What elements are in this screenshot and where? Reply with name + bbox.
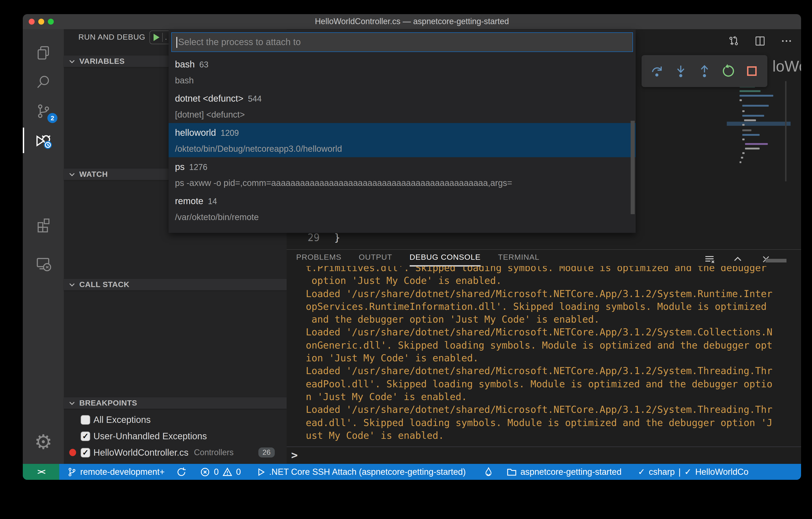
process-line: ps1276 <box>175 162 207 172</box>
breakpoint-checkbox[interactable]: ✓ <box>81 448 90 457</box>
branch-name: remote-development+ <box>80 467 165 477</box>
process-item-dotnet-defunct-[interactable]: dotnet <defunct>544[dotnet] <defunct> <box>169 89 636 123</box>
console-line: n 'Just My Code' is enabled. <box>306 391 796 403</box>
process-pid: 1209 <box>221 128 239 138</box>
debug-config-name: .NET Core SSH Attach (aspnetcore-getting… <box>269 467 466 477</box>
split-editor-icon[interactable] <box>755 35 765 47</box>
restart-button[interactable] <box>721 64 735 78</box>
tab-terminal[interactable]: TERMINAL <box>498 253 540 264</box>
activitybar-item-run-and-debug[interactable] <box>23 127 64 154</box>
console-line: t.Primitives.dll'. Skipped loading symbo… <box>306 266 796 275</box>
launch-config-dropdown[interactable]: . <box>165 33 167 41</box>
folder-status[interactable]: aspnetcore-getting-started <box>507 467 621 477</box>
process-pid: 1276 <box>189 163 207 172</box>
console-line: option 'Just My Code' is enabled. <box>306 275 796 288</box>
console-line: ion 'Just My Code' is enabled. <box>306 352 796 365</box>
files-icon <box>35 45 52 61</box>
process-item-bash[interactable]: bash63bash <box>169 55 636 89</box>
breakpoint-label: All Exceptions <box>93 414 151 425</box>
section-call-stack[interactable]: CALL STACK <box>64 279 287 290</box>
activitybar-item-source-control[interactable]: 2 <box>23 97 64 125</box>
panel-actions <box>703 253 772 265</box>
process-description: bash <box>175 76 194 86</box>
git-branch-status[interactable]: remote-development+ <box>67 467 165 477</box>
problems-status[interactable]: 0 0 <box>200 467 241 477</box>
language-status[interactable]: ✓ csharp | ✓ HelloWorldCo <box>638 467 748 477</box>
process-description: /var/okteto/bin/remote <box>175 212 259 222</box>
debug-icon <box>34 131 52 149</box>
breakpoint-row[interactable]: All Exceptions <box>64 412 287 427</box>
minimap-code-line <box>744 119 756 121</box>
window-title: HelloWorldController.cs — aspnetcore-get… <box>23 17 801 26</box>
desktop: HelloWorldController.cs — aspnetcore-get… <box>0 0 812 519</box>
breakpoint-dot-icon <box>69 449 76 456</box>
breakpoint-row[interactable]: ✓HelloWorldController.csControllers26 <box>64 445 287 460</box>
breakpoint-checkbox[interactable] <box>81 415 90 425</box>
activitybar-item-extensions[interactable] <box>23 210 64 238</box>
minimap-code-line <box>742 105 769 107</box>
tab-debug-console[interactable]: DEBUG CONSOLE <box>410 253 481 264</box>
maximize-panel-icon[interactable] <box>732 253 744 265</box>
chevron-down-icon <box>68 281 76 288</box>
editor-scrollbar[interactable] <box>785 81 786 181</box>
remote-indicator[interactable]: >< <box>23 464 59 480</box>
minimap-code-line <box>742 110 745 112</box>
quickpick-scrollbar-thumb[interactable] <box>631 121 635 214</box>
minimap-code-line <box>740 161 742 163</box>
settings-gear-icon[interactable]: ⚙ <box>23 428 64 456</box>
step-out-button[interactable] <box>697 64 712 78</box>
folder-name: aspnetcore-getting-started <box>520 467 621 477</box>
process-item-ps[interactable]: ps1276ps -axww -o pid=,comm=aaaaaaaaaaaa… <box>169 157 636 191</box>
console-line: Loaded '/usr/share/dotnet/shared/Microso… <box>306 403 796 416</box>
process-line: helloworld1209 <box>175 127 239 138</box>
chevron-down-icon <box>68 399 76 407</box>
activitybar-item-explorer[interactable] <box>23 39 64 66</box>
tab-output[interactable]: OUTPUT <box>359 253 392 264</box>
debug-config-status[interactable]: .NET Core SSH Attach (aspnetcore-getting… <box>256 467 466 477</box>
process-name: remote <box>175 196 203 206</box>
quickpick-dropdown: Select the process to attach to bash63ba… <box>169 30 636 233</box>
process-description: /okteto/bin/Debug/netcoreapp3.0/hellowor… <box>175 144 342 154</box>
step-over-button[interactable] <box>650 64 664 78</box>
breakpoint-row[interactable]: ✓User-Unhandled Exceptions <box>64 428 287 444</box>
clear-console-icon[interactable] <box>703 253 716 265</box>
minimap-code-line <box>745 143 768 145</box>
process-item-helloworld[interactable]: helloworld1209/okteto/bin/Debug/netcorea… <box>169 123 636 157</box>
step-into-button[interactable] <box>673 64 688 78</box>
console-line: Loaded '/usr/share/dotnet/shared/Microso… <box>306 365 796 378</box>
play-icon <box>256 467 265 477</box>
panel-scrollbar-thumb[interactable] <box>765 259 786 262</box>
editor-group-actions <box>728 35 792 47</box>
debug-repl[interactable]: > <box>287 446 801 464</box>
quickpick-input[interactable]: Select the process to attach to <box>171 32 633 52</box>
extensions-icon <box>35 216 52 232</box>
warning-count: 0 <box>236 467 241 477</box>
launch-separator <box>162 33 163 42</box>
stop-button[interactable] <box>745 64 759 78</box>
minimap-code-line <box>745 148 760 149</box>
process-name: ps <box>175 162 184 172</box>
console-line: Loaded '/usr/share/dotnet/shared/Microso… <box>306 287 796 300</box>
sync-button[interactable] <box>177 467 186 477</box>
more-actions-icon[interactable] <box>781 35 792 47</box>
process-item-remote[interactable]: remote14/var/okteto/bin/remote <box>169 191 636 226</box>
start-debug-play-icon[interactable] <box>153 34 160 41</box>
folder-icon <box>507 467 517 477</box>
tab-problems[interactable]: PROBLEMS <box>296 253 342 264</box>
search-icon <box>35 74 52 90</box>
breakpoint-checkbox[interactable]: ✓ <box>81 431 90 441</box>
okteto-status[interactable] <box>484 466 493 477</box>
panel-tabs: PROBLEMS OUTPUT DEBUG CONSOLE TERMINAL <box>296 250 539 267</box>
section-breakpoints[interactable]: BREAKPOINTS <box>64 397 287 409</box>
minimap[interactable] <box>740 81 790 186</box>
process-line: remote14 <box>175 196 217 206</box>
console-output[interactable]: t.Primitives.dll'. Skipped loading symbo… <box>306 266 796 446</box>
process-name: bash <box>175 59 195 69</box>
flame-icon <box>484 466 493 477</box>
section-label: WATCH <box>79 170 108 179</box>
activitybar-item-remote-explorer[interactable] <box>23 250 64 277</box>
text-caret <box>176 37 177 48</box>
editor-tab-partial-label[interactable]: loWo <box>772 57 801 75</box>
activitybar-item-search[interactable] <box>23 68 64 96</box>
open-changes-icon[interactable] <box>728 35 739 47</box>
